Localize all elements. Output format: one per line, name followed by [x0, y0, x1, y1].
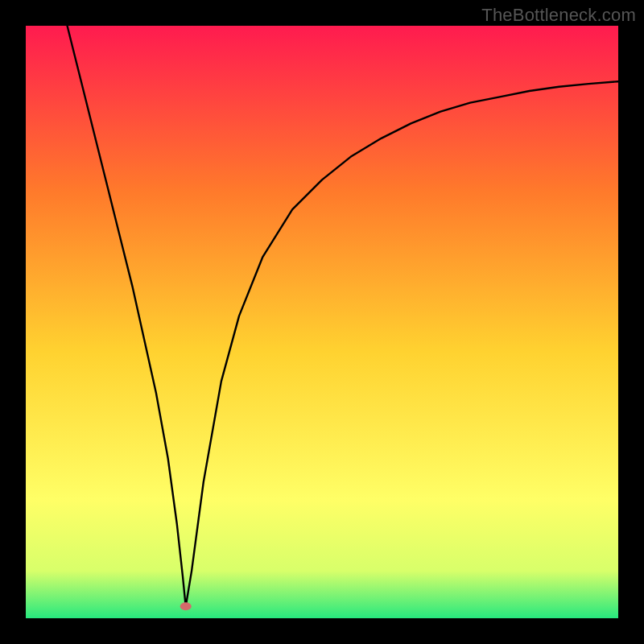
gradient-background — [26, 26, 618, 618]
minimum-marker — [180, 602, 192, 610]
chart-svg — [26, 26, 618, 618]
chart-frame: TheBottleneck.com — [0, 0, 644, 644]
watermark-text: TheBottleneck.com — [481, 5, 636, 26]
plot-area — [26, 26, 618, 618]
